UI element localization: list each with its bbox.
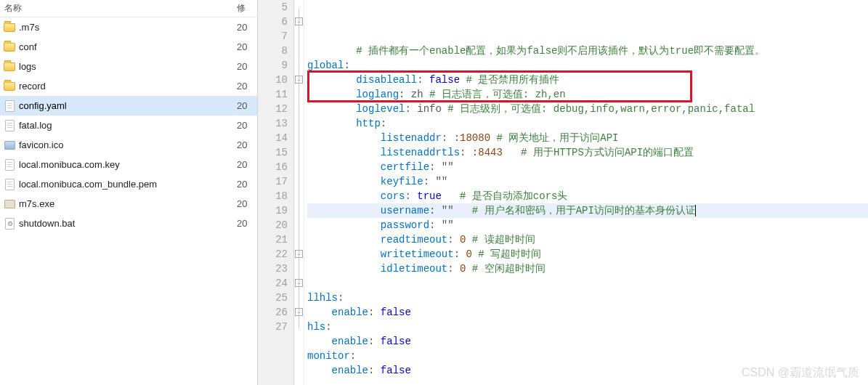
file-modified: 20 <box>237 198 257 209</box>
code-line[interactable]: keyfile: "" <box>307 174 868 189</box>
line-number: 15 <box>258 145 288 160</box>
line-number: 11 <box>258 87 288 102</box>
file-row-local-monibuca-com-key[interactable]: local.monibuca.com.key20 <box>0 155 257 174</box>
file-row-favicon-ico[interactable]: favicon.ico20 <box>0 135 257 155</box>
code-line[interactable]: certfile: "" <box>307 160 868 174</box>
file-name: local.monibuca.com_bundle.pem <box>19 179 237 190</box>
file-modified: 20 <box>237 41 257 52</box>
file-row-config-yaml[interactable]: config.yaml20 <box>0 96 257 115</box>
col-name-header[interactable]: 名称 <box>0 2 237 15</box>
code-line[interactable]: cors: true # 是否自动添加cors头 <box>307 189 868 203</box>
code-line[interactable]: password: "" <box>307 218 868 232</box>
file-modified: 20 <box>237 139 257 150</box>
file-row-shutdown-bat[interactable]: shutdown.bat20 <box>0 214 257 233</box>
code-line[interactable]: idletimeout: 0 # 空闲超时时间 <box>307 262 868 276</box>
file-modified: 20 <box>237 179 257 190</box>
line-number: 20 <box>258 218 288 232</box>
folder-icon <box>3 80 16 93</box>
code-line[interactable]: writetimeout: 0 # 写超时时间 <box>307 247 868 262</box>
code-line[interactable] <box>307 276 868 291</box>
code-line[interactable]: listenaddrtls: :8443 # 用于HTTPS方式访问API的端口… <box>307 145 868 160</box>
line-number: 9 <box>258 58 288 73</box>
line-number: 26 <box>258 305 288 320</box>
file-name: conf <box>19 41 237 52</box>
file-name: logs <box>19 61 237 72</box>
line-number: 17 <box>258 174 288 189</box>
file-modified: 20 <box>237 100 257 111</box>
line-number: 24 <box>258 276 288 291</box>
bat-icon <box>3 217 16 230</box>
line-number: 16 <box>258 160 288 174</box>
fold-column[interactable]: ----- <box>294 0 304 385</box>
file-modified: 20 <box>237 22 257 33</box>
col-modified-header[interactable]: 修 <box>237 2 257 15</box>
file-modified: 20 <box>237 120 257 131</box>
file-row-m7s-exe[interactable]: m7s.exe20 <box>0 194 257 214</box>
file-explorer: 名称 修 .m7s20conf20logs20record20config.ya… <box>0 0 258 385</box>
file-list: .m7s20conf20logs20record20config.yaml20f… <box>0 17 257 385</box>
line-number: 8 <box>258 44 288 58</box>
code-line[interactable]: enable: false <box>307 334 868 349</box>
line-number: 6 <box>258 15 288 29</box>
line-number: 25 <box>258 291 288 305</box>
line-number: 7 <box>258 29 288 44</box>
file-name: local.monibuca.com.key <box>19 159 237 170</box>
file-name: shutdown.bat <box>19 218 237 229</box>
code-line[interactable]: readtimeout: 0 # 读超时时间 <box>307 232 868 247</box>
line-number: 19 <box>258 203 288 218</box>
folder-icon <box>3 60 16 73</box>
line-number: 23 <box>258 262 288 276</box>
code-line[interactable]: enable: false <box>307 363 868 378</box>
code-line[interactable]: username: "" # 用户名和密码，用于API访问时的基本身份认证 <box>307 203 868 218</box>
file-modified: 20 <box>237 81 257 92</box>
file-icon <box>3 100 16 113</box>
code-editor[interactable]: 5678910111213141516171819202122232425262… <box>258 0 868 385</box>
code-line[interactable]: http: <box>307 116 868 131</box>
file-header: 名称 修 <box>0 0 257 17</box>
file-row-conf[interactable]: conf20 <box>0 37 257 57</box>
file-icon <box>3 178 16 191</box>
code-line[interactable]: hls: <box>307 320 868 334</box>
file-name: favicon.ico <box>19 139 237 150</box>
file-name: config.yaml <box>19 100 237 111</box>
line-number: 5 <box>258 0 288 15</box>
line-number: 14 <box>258 131 288 145</box>
line-number-gutter: 5678910111213141516171819202122232425262… <box>258 0 294 385</box>
code-line[interactable]: enable: false <box>307 305 868 320</box>
line-number: 18 <box>258 189 288 203</box>
code-line[interactable]: monitor: <box>307 349 868 363</box>
code-line[interactable]: disableall: false # 是否禁用所有插件 <box>307 73 868 87</box>
line-number: 13 <box>258 116 288 131</box>
code-line[interactable]: global: <box>307 58 868 73</box>
file-modified: 20 <box>237 159 257 170</box>
file-icon <box>3 119 16 132</box>
exe-icon <box>3 198 16 211</box>
file-name: fatal.log <box>19 120 237 131</box>
file-modified: 20 <box>237 61 257 72</box>
file-row--m7s[interactable]: .m7s20 <box>0 17 257 37</box>
file-name: m7s.exe <box>19 198 237 209</box>
file-name: record <box>19 81 237 92</box>
line-number: 21 <box>258 232 288 247</box>
line-number: 12 <box>258 102 288 116</box>
file-row-fatal-log[interactable]: fatal.log20 <box>0 115 257 135</box>
line-number: 10 <box>258 73 288 87</box>
line-number: 22 <box>258 247 288 262</box>
code-line[interactable]: loglevel: info # 日志级别，可选值: debug,info,wa… <box>307 102 868 116</box>
file-icon <box>3 158 16 171</box>
code-line[interactable]: # 插件都有一个enable配置，如果为false则不启用该插件，默认为true… <box>307 44 868 58</box>
file-row-logs[interactable]: logs20 <box>0 57 257 76</box>
file-row-local-monibuca-com-bundle-pem[interactable]: local.monibuca.com_bundle.pem20 <box>0 174 257 194</box>
code-area[interactable]: # 插件都有一个enable配置，如果为false则不启用该插件，默认为true… <box>304 0 868 385</box>
code-line[interactable]: loglang: zh # 日志语言，可选值: zh,en <box>307 87 868 102</box>
code-line[interactable]: listenaddr: :18080 # 网关地址，用于访问API <box>307 131 868 145</box>
file-row-record[interactable]: record20 <box>0 76 257 96</box>
file-name: .m7s <box>19 22 237 33</box>
ico-icon <box>3 139 16 152</box>
folder-icon <box>3 21 16 34</box>
code-line[interactable]: llhls: <box>307 291 868 305</box>
line-number: 27 <box>258 320 288 334</box>
file-modified: 20 <box>237 218 257 229</box>
folder-icon <box>3 41 16 54</box>
